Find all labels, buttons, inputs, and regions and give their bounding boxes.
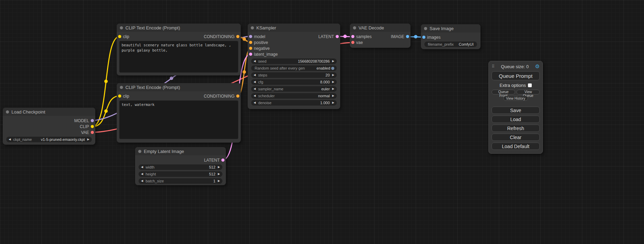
node-title-bar[interactable]: Load Checkpoint: [3, 108, 95, 116]
extra-options-row: Extra options: [492, 83, 540, 88]
slot-dot-model-input[interactable]: [249, 35, 252, 38]
widget-label: sampler_name: [258, 87, 283, 91]
node-title-bar[interactable]: CLIP Text Encode (Prompt): [117, 83, 241, 91]
node-ksampler[interactable]: KSampler model LATENT positive negative …: [248, 24, 340, 109]
queue-front-button[interactable]: Queue Front: [492, 90, 515, 94]
widget-label: Random seed after every gen: [255, 66, 305, 70]
decrement-arrow-icon[interactable]: ◀: [254, 100, 256, 106]
collapse-dot-icon[interactable]: [120, 26, 123, 29]
widget-random-seed-toggle[interactable]: Random seed after every gen enabled: [251, 65, 337, 71]
slot-label: CLIP: [80, 124, 89, 129]
decrement-arrow-icon[interactable]: ◀: [254, 58, 256, 64]
node-load-checkpoint[interactable]: Load Checkpoint MODEL CLIP VAE ◀ ckpt_na…: [3, 108, 95, 145]
load-default-button[interactable]: Load Default: [492, 143, 540, 150]
increment-arrow-icon[interactable]: ▶: [332, 86, 334, 92]
prompt-textarea[interactable]: beautiful scenery nature glass bottle la…: [119, 41, 238, 73]
refresh-button[interactable]: Refresh: [492, 125, 540, 132]
decrement-arrow-icon[interactable]: ◀: [141, 171, 143, 177]
load-button[interactable]: Load: [492, 116, 540, 123]
slot-dot-model[interactable]: [91, 119, 94, 122]
queue-prompt-button[interactable]: Queue Prompt: [492, 71, 540, 80]
widget-filename-prefix[interactable]: filename_prefix ComfyUI: [424, 42, 477, 47]
node-save-image[interactable]: Save Image images filename_prefix ComfyU…: [421, 24, 480, 49]
collapse-dot-icon[interactable]: [138, 150, 141, 153]
collapse-dot-icon[interactable]: [6, 110, 9, 114]
increment-arrow-icon[interactable]: ▶: [218, 164, 220, 170]
slot-dot-latent-output[interactable]: [336, 35, 339, 38]
collapse-dot-icon[interactable]: [353, 26, 356, 29]
slot-dot-image-output[interactable]: [406, 35, 409, 38]
increment-arrow-icon[interactable]: ▶: [332, 79, 334, 85]
slot-row: clip CONDITIONING: [117, 34, 241, 39]
clear-button[interactable]: Clear: [492, 134, 540, 141]
node-title-bar[interactable]: KSampler: [248, 24, 340, 32]
view-queue-button[interactable]: View Queue: [517, 90, 540, 94]
widget-height[interactable]: ◀ height 512 ▶: [139, 171, 222, 177]
widget-sampler-name[interactable]: ◀ sampler_name euler ▶: [251, 86, 337, 92]
collapse-dot-icon[interactable]: [251, 26, 254, 29]
decrement-arrow-icon[interactable]: ◀: [141, 178, 143, 184]
slot-dot-vae-input[interactable]: [351, 41, 354, 44]
input-slot-negative: negative: [248, 45, 340, 51]
slot-dot-conditioning-output[interactable]: [236, 35, 239, 38]
slot-label: CONDITIONING: [204, 34, 235, 39]
node-title: VAE Decode: [359, 25, 384, 30]
node-empty-latent-image[interactable]: Empty Latent Image LATENT ◀ width 512 ▶ …: [135, 147, 226, 185]
increment-arrow-icon[interactable]: ▶: [332, 58, 334, 64]
slot-dot-vae[interactable]: [91, 131, 94, 134]
widget-steps[interactable]: ◀ steps 20 ▶: [251, 72, 337, 78]
node-title-bar[interactable]: VAE Decode: [350, 24, 411, 32]
increment-arrow-icon[interactable]: ▶: [332, 93, 334, 99]
node-clip-text-encode-negative[interactable]: CLIP Text Encode (Prompt) clip CONDITION…: [117, 83, 241, 143]
slot-dot-conditioning-output[interactable]: [236, 94, 239, 98]
collapse-dot-icon[interactable]: [424, 27, 427, 30]
toggle-indicator-icon[interactable]: [331, 67, 334, 70]
decrement-arrow-icon[interactable]: ◀: [141, 164, 143, 170]
increment-arrow-icon[interactable]: ▶: [218, 171, 220, 177]
node-vae-decode[interactable]: VAE Decode samples IMAGE vae: [350, 24, 411, 48]
slot-dot-negative-input[interactable]: [249, 47, 252, 50]
widget-value: v1-5-pruned-emaonly.ckpt: [41, 137, 85, 142]
link-midpoint-dot: [170, 76, 173, 80]
slot-dot-samples-input[interactable]: [351, 35, 354, 38]
slot-dot-images-input[interactable]: [422, 36, 425, 39]
widget-label: height: [145, 172, 156, 176]
node-title-bar[interactable]: CLIP Text Encode (Prompt): [117, 24, 241, 32]
node-clip-text-encode-positive[interactable]: CLIP Text Encode (Prompt) clip CONDITION…: [117, 24, 241, 75]
widget-batch-size[interactable]: ◀ batch_size 1 ▶: [139, 178, 222, 184]
widget-ckpt-name[interactable]: ◀ ckpt_name v1-5-pruned-emaonly.ckpt ▶: [6, 137, 92, 142]
slot-dot-clip[interactable]: [91, 125, 94, 128]
slot-dot-latent-image-input[interactable]: [249, 53, 252, 56]
increment-arrow-icon[interactable]: ▶: [332, 72, 334, 78]
decrement-arrow-icon[interactable]: ◀: [254, 79, 256, 85]
node-title-bar[interactable]: Empty Latent Image: [135, 147, 226, 155]
node-title-bar[interactable]: Save Image: [421, 24, 480, 33]
decrement-arrow-icon[interactable]: ◀: [254, 72, 256, 78]
widget-cfg[interactable]: ◀ cfg 8.000 ▶: [251, 79, 337, 85]
view-history-button[interactable]: View History: [503, 96, 528, 101]
widget-label: seed: [258, 59, 266, 63]
decrement-arrow-icon[interactable]: ◀: [254, 93, 256, 99]
drag-handle-icon[interactable]: ⠿: [492, 64, 495, 69]
settings-gear-icon[interactable]: ⚙: [535, 63, 540, 70]
save-button[interactable]: Save: [492, 107, 540, 114]
increment-arrow-icon[interactable]: ▶: [332, 100, 334, 106]
widget-seed[interactable]: ◀ seed 156680208700286 ▶: [251, 58, 337, 64]
widget-denoise[interactable]: ◀ denoise 1.000 ▶: [251, 100, 337, 106]
extra-options-checkbox[interactable]: [528, 83, 532, 87]
widget-width[interactable]: ◀ width 512 ▶: [139, 164, 222, 170]
slot-dot-clip-input[interactable]: [118, 94, 121, 98]
increment-arrow-icon[interactable]: ▶: [87, 137, 89, 142]
prompt-textarea[interactable]: text, watermark: [119, 100, 238, 139]
decrement-arrow-icon[interactable]: ◀: [254, 86, 256, 92]
widget-scheduler[interactable]: ◀ scheduler normal ▶: [251, 93, 337, 99]
increment-arrow-icon[interactable]: ▶: [218, 178, 220, 184]
slot-dot-latent[interactable]: [221, 159, 224, 162]
slot-dot-clip-input[interactable]: [118, 35, 121, 38]
link-midpoint-dot: [104, 80, 108, 83]
slot-dot-positive-input[interactable]: [249, 41, 252, 44]
slot-label: positive: [254, 40, 268, 45]
collapse-dot-icon[interactable]: [120, 86, 123, 89]
node-graph-canvas[interactable]: Load Checkpoint MODEL CLIP VAE ◀ ckpt_na…: [0, 0, 644, 244]
decrement-arrow-icon[interactable]: ◀: [9, 137, 11, 142]
